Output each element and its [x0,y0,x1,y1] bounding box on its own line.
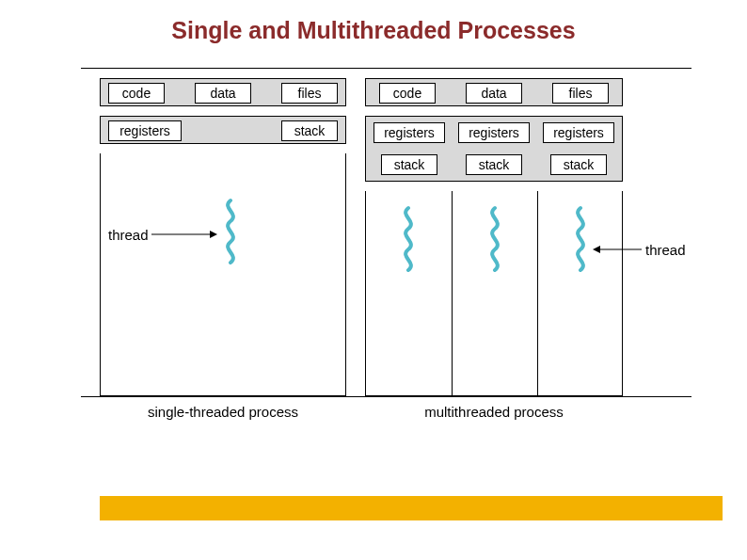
thread-squiggle-icon [221,200,240,266]
thread-squiggle-icon [399,208,418,274]
thread-squiggle-icon [571,208,590,274]
shared-resources-row: code data files [365,78,623,106]
divider-2 [537,191,538,395]
stack-box: stack [281,120,338,141]
arrow-icon [593,249,642,250]
single-threaded-process: code data files registers stack thread s… [100,78,346,396]
arrow-icon [151,234,217,235]
footer-bar [24,496,723,520]
code-box: code [108,83,165,104]
svg-marker-1 [210,231,217,238]
stack-box-3: stack [550,154,607,175]
thread-resources-row: registers stack [100,116,346,144]
code-box: code [379,83,436,104]
registers-box-3: registers [543,122,614,143]
files-box: files [281,83,338,104]
stack-box-2: stack [466,154,522,175]
diagram-area: code data files registers stack thread s… [81,68,691,397]
thread-squiggle-icon [485,208,504,274]
per-thread-resources-row: registers registers registers stack stac… [365,116,623,182]
caption: multithreaded process [365,404,623,420]
thread-label-right: thread [645,242,686,258]
shared-resources-row: code data files [100,78,346,106]
multithreaded-process: code data files registers registers regi… [365,78,623,396]
data-box: data [195,83,251,104]
files-box: files [552,83,609,104]
svg-marker-3 [593,246,600,253]
footer-notch [24,496,100,520]
threads-body [365,191,623,396]
divider-1 [452,191,453,395]
page-title: Single and Multithreaded Processes [0,17,747,44]
stack-box-1: stack [381,154,437,175]
thread-body: thread [100,153,346,396]
registers-box-2: registers [458,122,530,143]
registers-box: registers [108,120,182,141]
caption: single-threaded process [100,404,346,420]
registers-box-1: registers [374,122,445,143]
thread-label: thread [108,227,149,243]
data-box: data [466,83,522,104]
